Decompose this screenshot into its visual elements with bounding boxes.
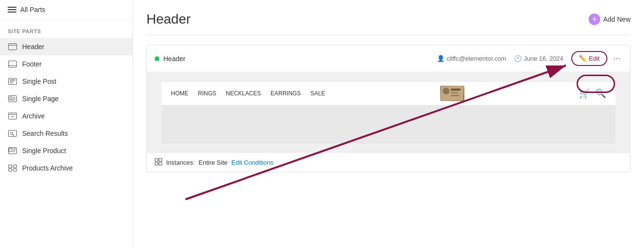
plus-circle-icon: + [589,13,600,25]
instances-label: Instances: [166,159,195,166]
sidebar-item-archive[interactable]: Archive [0,107,132,125]
search-icon: 🔍 [595,88,606,99]
edit-conditions-link[interactable]: Edit Conditions [231,159,273,166]
header-card: Header 👤 cliffc@elementor.com 🕐 June 16,… [146,45,631,172]
svg-rect-34 [159,158,162,161]
window-icon [8,43,17,51]
page-title: Header [146,12,191,27]
preview-nav: HOME RINGS NECKLACES EARRINGS SALE [161,82,616,105]
site-parts-heading: SITE PARTS [0,20,132,38]
svg-point-29 [443,88,449,94]
nav-link-rings: RINGS [198,90,216,97]
svg-point-17 [11,132,13,135]
svg-rect-14 [9,113,17,115]
sidebar-item-footer[interactable]: Footer [0,55,132,73]
svg-rect-0 [9,44,17,50]
single-page-icon [8,95,17,103]
nav-link-earrings: EARRINGS [271,90,301,97]
svg-rect-2 [9,61,17,67]
svg-rect-36 [159,162,162,165]
card-author: 👤 cliffc@elementor.com [437,55,506,62]
sidebar-item-archive-label: Archive [22,112,45,120]
nav-link-home: HOME [171,90,188,97]
sidebar-item-search-results-label: Search Results [22,130,68,137]
svg-rect-24 [9,165,12,168]
sidebar-item-single-product[interactable]: Single Product [0,142,132,159]
pencil-icon: ✏️ [579,55,587,62]
card-preview: HOME RINGS NECKLACES EARRINGS SALE [147,72,630,153]
sidebar-item-single-page-label: Single Page [22,95,59,103]
svg-rect-27 [13,169,17,171]
sidebar-item-search-results[interactable]: Search Results [0,125,132,142]
products-archive-icon [8,164,17,172]
edit-label: Edit [589,55,600,62]
sidebar-item-single-post[interactable]: Single Post [0,73,132,90]
status-dot [155,56,159,61]
all-parts-label: All Parts [20,6,45,13]
clock-icon: 🕐 [514,55,522,62]
svg-rect-33 [155,158,158,161]
author-email: cliffc@elementor.com [447,55,506,62]
sidebar-item-products-archive[interactable]: Products Archive [0,159,132,177]
cart-icon: 🛒 [579,88,590,99]
sidebar-item-header-label: Header [22,43,44,51]
main-header: Header + Add New [146,12,631,27]
card-header: Header 👤 cliffc@elementor.com 🕐 June 16,… [147,45,630,72]
sidebar-item-footer-label: Footer [22,60,41,68]
svg-rect-20 [9,148,12,152]
footer-icon [8,60,17,68]
sidebar-item-single-page[interactable]: Single Page [0,90,132,107]
card-date: 🕐 June 16, 2024 [514,55,563,62]
sidebar-top[interactable]: All Parts [0,0,132,20]
nav-link-sale: SALE [310,90,325,97]
svg-rect-9 [10,97,12,99]
instances-icon [155,158,162,167]
preview-empty-area [161,105,616,144]
ellipsis-icon: ··· [613,53,620,63]
add-new-label: Add New [603,15,631,23]
sidebar-item-header[interactable]: Header [0,38,132,55]
instances-value: Entire Site [198,159,227,166]
card-meta: 👤 cliffc@elementor.com 🕐 June 16, 2024 [437,55,564,62]
svg-rect-30 [451,89,460,91]
card-actions: ✏️ Edit ··· [571,51,622,66]
hamburger-icon[interactable] [8,7,16,13]
header-divider [146,35,631,35]
author-icon: 👤 [437,55,445,62]
nav-logo [440,86,464,101]
sidebar-item-single-post-label: Single Post [22,78,56,85]
single-post-icon [8,78,17,85]
svg-rect-32 [451,95,460,96]
nav-link-necklaces: NECKLACES [226,90,261,97]
svg-rect-31 [451,92,458,93]
edit-button[interactable]: ✏️ Edit [571,51,607,66]
add-new-button[interactable]: + Add New [589,13,631,25]
archive-icon [8,112,17,120]
svg-rect-26 [9,169,12,171]
svg-line-18 [13,134,14,136]
card-footer-instances: Instances: Entire Site Edit Conditions [147,153,630,172]
card-title-row: Header [155,55,429,63]
sidebar-nav: Header Footer Single Post [0,38,132,177]
sidebar-item-products-archive-label: Products Archive [22,164,73,172]
sidebar-item-single-product-label: Single Product [22,147,66,155]
date-value: June 16, 2024 [524,55,563,62]
search-results-icon [8,130,17,137]
sidebar: All Parts SITE PARTS Header Footer [0,0,133,248]
main-content: Header + Add New Header 👤 cliffc@element… [133,0,644,248]
nav-icons: 🛒 🔍 [579,88,606,99]
more-options-button[interactable]: ··· [611,52,622,65]
nav-links: HOME RINGS NECKLACES EARRINGS SALE [171,90,325,97]
svg-rect-25 [13,165,17,168]
svg-rect-35 [155,162,158,165]
single-product-icon [8,147,17,155]
card-name: Header [163,55,185,63]
